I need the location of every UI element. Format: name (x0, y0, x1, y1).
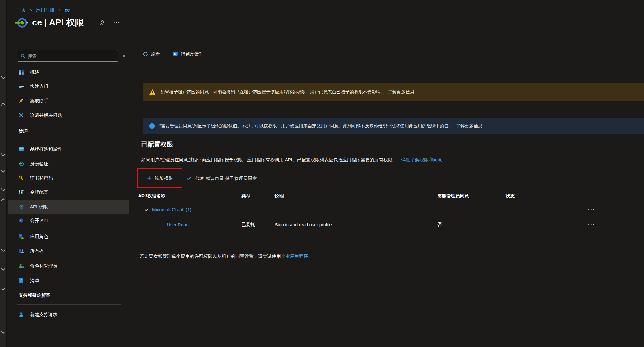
description-text: 如果用户/管理员在同意过程中向应用程序授予权限，应用程序有权调用 API。已配置… (141, 157, 397, 162)
configured-permissions-heading: 已配置权限 (141, 140, 173, 149)
sidebar-item-branding[interactable]: 品牌打造和属性 (8, 143, 129, 156)
column-header-status: 状态 (506, 193, 580, 199)
footer-suffix: 。 (308, 254, 313, 259)
add-permission-button[interactable]: 添加权限 (147, 175, 173, 181)
search-icon (21, 54, 25, 58)
sidebar-item-authentication[interactable]: 身份验证 (8, 157, 129, 170)
column-header-name: API/权限名称 (138, 193, 241, 199)
edge-chevron-down-icon (1, 187, 6, 191)
plus-icon (147, 176, 152, 180)
edge-chevron-down-icon (1, 266, 6, 271)
sidebar-item-label: API 权限 (30, 204, 48, 210)
permission-description-cell: Sign in and read user profile (275, 222, 437, 227)
app-roles-icon (19, 234, 24, 239)
sidebar-item-label: 所有者 (30, 248, 44, 254)
group-more-button[interactable]: ··· (588, 207, 595, 212)
chevron-down-icon[interactable] (144, 207, 148, 211)
permission-name-link[interactable]: User.Read (167, 222, 189, 227)
sidebar-item-new-support-request[interactable]: 新建支持请求 (8, 308, 129, 321)
edge-chevron-up-icon (1, 103, 6, 108)
edge-chevron-down-icon (1, 286, 6, 291)
edge-chevron-down-icon (1, 74, 6, 79)
sidebar: « 概述 快速入门 集成助手 诊断并解决问题 管理 品牌打造和属 (8, 0, 129, 347)
collapse-sidebar-icon[interactable]: « (122, 52, 126, 59)
troubleshoot-icon (19, 113, 24, 118)
info-learn-more-link[interactable]: 了解更多信息 (456, 123, 482, 129)
footer-text: 若要查看和管理单个应用的许可权限以及租户的同意设置，请尝试使用 (140, 254, 281, 259)
sidebar-item-label: 清单 (30, 278, 39, 284)
check-icon (187, 176, 192, 180)
manifest-icon: {} (19, 278, 24, 283)
feedback-button[interactable]: 得到反馈? (172, 51, 201, 57)
sidebar-item-label: 诊断并解决问题 (30, 113, 62, 118)
table-row: User.Read 已委托 Sign in and read user prof… (138, 217, 595, 232)
main-content: 刷新 得到反馈? 如果授予租户范围的同意，可能会撤销已在租户范围授予该应用程序的… (135, 0, 644, 347)
sidebar-item-label: 令牌配置 (30, 189, 48, 195)
info-icon (149, 123, 155, 129)
refresh-icon (143, 51, 148, 57)
admin-consent-cell: 否 (437, 222, 506, 227)
warning-learn-more-link[interactable]: 了解更多信息 (388, 89, 414, 95)
divider (17, 140, 121, 140)
sidebar-item-label: 新建支持请求 (30, 312, 57, 318)
sidebar-item-label: 角色和管理员 (30, 263, 57, 269)
sidebar-item-api-permissions[interactable]: API 权限 (8, 200, 129, 214)
sidebar-item-label: 品牌打造和属性 (30, 147, 62, 152)
sliders-icon (19, 189, 24, 195)
feedback-label: 得到反馈? (181, 51, 201, 57)
table-footer-note: 若要查看和管理单个应用的许可权限以及租户的同意设置，请尝试使用企业应用程序。 (140, 254, 313, 259)
api-permissions-icon (19, 204, 24, 210)
sidebar-item-manifest[interactable]: {} 清单 (8, 274, 129, 287)
quickstart-icon (19, 83, 24, 89)
table-header-row: API/权限名称 类型 说明 需要管理员同意 状态 (138, 190, 595, 202)
learn-permissions-link[interactable]: 详细了解权限和同意 (401, 157, 442, 162)
enterprise-applications-link[interactable]: 企业应用程序 (281, 254, 308, 259)
microsoft-graph-link[interactable]: Microsoft Graph (1) (152, 207, 191, 212)
sidebar-item-integration-assistant[interactable]: 集成助手 (8, 94, 129, 107)
warning-banner: 如果授予租户范围的同意，可能会撤销已在租户范围授予该应用程序的权限。用户已代表自… (143, 83, 644, 101)
key-icon (19, 175, 24, 181)
add-permission-label: 添加权限 (155, 175, 173, 181)
configured-permissions-description: 如果用户/管理员在同意过程中向应用程序授予权限，应用程序有权调用 API。已配置… (141, 157, 442, 163)
column-header-admin-consent: 需要管理员同意 (437, 193, 506, 199)
branding-icon (19, 147, 24, 152)
search-input[interactable] (28, 53, 115, 59)
sidebar-item-expose-api[interactable]: 公开 API (8, 214, 129, 227)
sidebar-item-token-configuration[interactable]: 令牌配置 (8, 185, 129, 199)
support-request-icon (19, 312, 24, 317)
warning-banner-text: 如果授予租户范围的同意，可能会撤销已在租户范围授予该应用程序的权限。用户已代表自… (160, 89, 385, 95)
sidebar-search[interactable] (18, 50, 118, 62)
sidebar-item-quickstart[interactable]: 快速入门 (8, 79, 129, 93)
edge-chevron-down-icon (1, 152, 6, 157)
roles-admins-icon (19, 263, 24, 269)
edge-chevron-up-icon (1, 198, 6, 203)
sidebar-item-label: 公开 API (30, 218, 48, 224)
edge-chevron-down-icon (1, 329, 6, 334)
command-bar: 刷新 得到反馈? (143, 49, 201, 59)
sidebar-section-support: 支持和疑难解答 (19, 292, 50, 298)
sidebar-item-roles-administrators[interactable]: 角色和管理员 (8, 259, 129, 273)
sidebar-item-overview[interactable]: 概述 (8, 66, 129, 79)
sidebar-item-troubleshoot[interactable]: 诊断并解决问题 (8, 109, 129, 122)
sidebar-item-certificates-secrets[interactable]: 证书和密码 (8, 171, 129, 185)
grant-admin-consent-label: 代表 默认目录 授予管理员同意 (195, 176, 257, 181)
annotation-box: 添加权限 (137, 168, 182, 188)
sidebar-item-label: 概述 (30, 69, 39, 75)
edge-chevron-down-icon (1, 247, 6, 252)
integration-assistant-icon (19, 98, 24, 103)
overview-icon (19, 69, 24, 75)
expose-api-icon (19, 218, 24, 223)
sidebar-item-label: 快速入门 (30, 83, 48, 89)
group-name-cell: Microsoft Graph (1) (138, 207, 580, 212)
sidebar-item-label: 证书和密码 (30, 175, 53, 181)
sidebar-item-owners[interactable]: 所有者 (8, 244, 129, 258)
grant-admin-consent-button[interactable]: 代表 默认目录 授予管理员同意 (187, 172, 257, 185)
sidebar-item-label: 集成助手 (30, 98, 48, 104)
column-header-type: 类型 (241, 193, 275, 199)
refresh-button[interactable]: 刷新 (143, 51, 160, 57)
refresh-label: 刷新 (151, 51, 160, 57)
sidebar-item-app-roles[interactable]: 应用角色 (8, 230, 129, 243)
info-banner-text: “需要管理员同意”列显示了组织的默认值。不过，可以按权限、用户或应用来自定义用户… (159, 123, 453, 129)
authentication-icon (19, 161, 24, 167)
row-more-button[interactable]: ··· (588, 222, 595, 227)
